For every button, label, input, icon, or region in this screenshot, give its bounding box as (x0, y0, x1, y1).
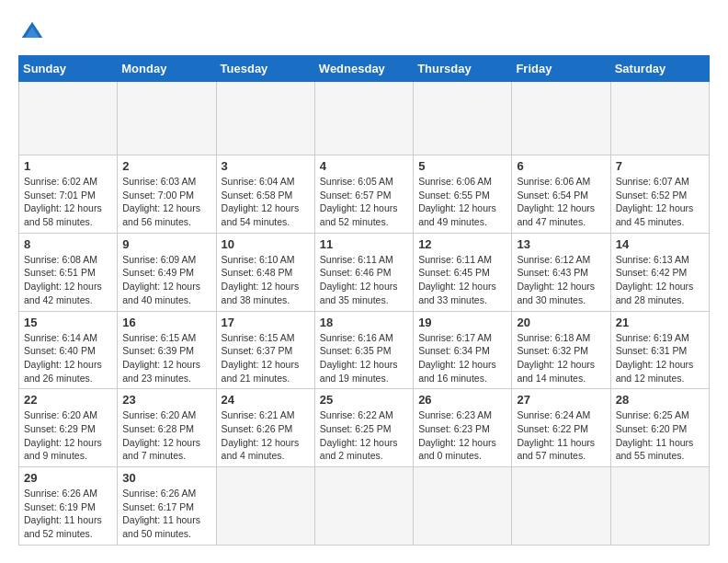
sunset-label: Sunset: 6:25 PM (320, 423, 392, 434)
sunrise-label: Sunrise: 6:13 AM (616, 254, 689, 265)
page-header (18, 18, 710, 46)
calendar-cell (314, 467, 413, 546)
calendar-week-row (19, 82, 710, 155)
calendar-cell: 26 Sunrise: 6:23 AM Sunset: 6:23 PM Dayl… (414, 389, 512, 467)
daylight-label: Daylight: 12 hours and 56 minutes. (122, 202, 200, 227)
daylight-label: Daylight: 12 hours and 52 minutes. (320, 202, 398, 227)
daylight-label: Daylight: 12 hours and 45 minutes. (616, 202, 694, 227)
sunset-label: Sunset: 6:28 PM (122, 423, 194, 434)
day-number: 30 (122, 471, 210, 485)
calendar-cell (512, 82, 610, 155)
sunrise-label: Sunrise: 6:15 AM (122, 332, 196, 343)
day-number: 25 (320, 393, 408, 407)
sunset-label: Sunset: 6:34 PM (418, 345, 490, 356)
sunrise-label: Sunrise: 6:05 AM (320, 176, 393, 187)
sunrise-label: Sunrise: 6:11 AM (320, 254, 393, 265)
sunrise-label: Sunrise: 6:10 AM (222, 254, 295, 265)
calendar-cell: 8 Sunrise: 6:08 AM Sunset: 6:51 PM Dayli… (19, 233, 118, 311)
day-number: 9 (122, 237, 210, 251)
calendar-cell: 13 Sunrise: 6:12 AM Sunset: 6:43 PM Dayl… (512, 233, 610, 311)
sunrise-label: Sunrise: 6:17 AM (418, 332, 492, 343)
cell-content: Sunrise: 6:20 AM Sunset: 6:29 PM Dayligh… (24, 408, 112, 463)
calendar-cell (414, 467, 512, 546)
day-number: 3 (222, 159, 310, 173)
sunset-label: Sunset: 6:29 PM (24, 423, 96, 434)
calendar-cell: 9 Sunrise: 6:09 AM Sunset: 6:49 PM Dayli… (118, 233, 216, 311)
cell-content: Sunrise: 6:06 AM Sunset: 6:55 PM Dayligh… (418, 175, 506, 229)
column-header-friday: Friday (512, 56, 610, 82)
calendar-cell (216, 82, 314, 155)
daylight-label: Daylight: 12 hours and 42 minutes. (24, 281, 102, 305)
daylight-label: Daylight: 12 hours and 2 minutes. (320, 437, 398, 462)
sunset-label: Sunset: 6:52 PM (616, 190, 688, 201)
calendar-week-row: 15 Sunrise: 6:14 AM Sunset: 6:40 PM Dayl… (19, 311, 710, 389)
daylight-label: Daylight: 12 hours and 23 minutes. (122, 359, 200, 384)
cell-content: Sunrise: 6:13 AM Sunset: 6:42 PM Dayligh… (616, 253, 704, 307)
cell-content: Sunrise: 6:18 AM Sunset: 6:32 PM Dayligh… (517, 331, 605, 385)
calendar-cell: 21 Sunrise: 6:19 AM Sunset: 6:31 PM Dayl… (610, 311, 709, 389)
cell-content: Sunrise: 6:14 AM Sunset: 6:40 PM Dayligh… (24, 331, 112, 385)
daylight-label: Daylight: 12 hours and 12 minutes. (616, 359, 694, 384)
calendar-cell: 12 Sunrise: 6:11 AM Sunset: 6:45 PM Dayl… (414, 233, 512, 311)
daylight-label: Daylight: 12 hours and 9 minutes. (24, 437, 102, 462)
calendar-cell: 30 Sunrise: 6:26 AM Sunset: 6:17 PM Dayl… (118, 467, 216, 546)
cell-content: Sunrise: 6:07 AM Sunset: 6:52 PM Dayligh… (616, 175, 704, 229)
sunrise-label: Sunrise: 6:02 AM (24, 176, 97, 187)
calendar-cell (314, 82, 413, 155)
daylight-label: Daylight: 12 hours and 58 minutes. (24, 202, 102, 227)
day-number: 23 (122, 393, 210, 407)
cell-content: Sunrise: 6:17 AM Sunset: 6:34 PM Dayligh… (418, 331, 506, 385)
sunrise-label: Sunrise: 6:14 AM (24, 332, 97, 343)
sunset-label: Sunset: 6:49 PM (122, 267, 194, 278)
calendar-cell: 28 Sunrise: 6:25 AM Sunset: 6:20 PM Dayl… (610, 389, 709, 467)
daylight-label: Daylight: 12 hours and 16 minutes. (418, 359, 496, 384)
cell-content: Sunrise: 6:26 AM Sunset: 6:17 PM Dayligh… (122, 487, 210, 541)
sunrise-label: Sunrise: 6:19 AM (616, 332, 689, 343)
day-number: 21 (616, 316, 704, 329)
daylight-label: Daylight: 12 hours and 7 minutes. (122, 437, 200, 462)
cell-content: Sunrise: 6:25 AM Sunset: 6:20 PM Dayligh… (616, 408, 704, 463)
sunset-label: Sunset: 6:48 PM (222, 267, 293, 278)
day-number: 7 (616, 159, 704, 173)
calendar-table: SundayMondayTuesdayWednesdayThursdayFrid… (18, 55, 710, 546)
cell-content: Sunrise: 6:22 AM Sunset: 6:25 PM Dayligh… (320, 408, 408, 463)
day-number: 10 (222, 237, 310, 251)
calendar-cell: 4 Sunrise: 6:05 AM Sunset: 6:57 PM Dayli… (314, 155, 413, 234)
sunrise-label: Sunrise: 6:20 AM (122, 409, 196, 420)
sunset-label: Sunset: 7:01 PM (24, 190, 96, 201)
sunset-label: Sunset: 6:45 PM (418, 267, 490, 278)
cell-content: Sunrise: 6:26 AM Sunset: 6:19 PM Dayligh… (24, 487, 112, 541)
calendar-cell: 20 Sunrise: 6:18 AM Sunset: 6:32 PM Dayl… (512, 311, 610, 389)
sunrise-label: Sunrise: 6:03 AM (122, 176, 196, 187)
daylight-label: Daylight: 12 hours and 0 minutes. (418, 437, 496, 462)
day-number: 12 (418, 237, 506, 251)
cell-content: Sunrise: 6:05 AM Sunset: 6:57 PM Dayligh… (320, 175, 408, 229)
daylight-label: Daylight: 12 hours and 19 minutes. (320, 359, 398, 384)
cell-content: Sunrise: 6:11 AM Sunset: 6:46 PM Dayligh… (320, 253, 408, 307)
daylight-label: Daylight: 11 hours and 52 minutes. (24, 514, 102, 539)
day-number: 8 (24, 237, 112, 251)
daylight-label: Daylight: 12 hours and 47 minutes. (517, 202, 595, 227)
calendar-cell (512, 467, 610, 546)
calendar-cell: 22 Sunrise: 6:20 AM Sunset: 6:29 PM Dayl… (19, 389, 118, 467)
calendar-cell (19, 82, 118, 155)
cell-content: Sunrise: 6:19 AM Sunset: 6:31 PM Dayligh… (616, 331, 704, 385)
sunset-label: Sunset: 6:42 PM (616, 267, 688, 278)
sunset-label: Sunset: 6:32 PM (517, 345, 588, 356)
daylight-label: Daylight: 12 hours and 33 minutes. (418, 281, 496, 305)
daylight-label: Daylight: 12 hours and 30 minutes. (517, 281, 595, 305)
calendar-cell: 23 Sunrise: 6:20 AM Sunset: 6:28 PM Dayl… (118, 389, 216, 467)
sunrise-label: Sunrise: 6:18 AM (517, 332, 590, 343)
daylight-label: Daylight: 12 hours and 21 minutes. (222, 359, 300, 384)
sunset-label: Sunset: 6:51 PM (24, 267, 96, 278)
daylight-label: Daylight: 11 hours and 57 minutes. (517, 437, 595, 462)
sunrise-label: Sunrise: 6:08 AM (24, 254, 97, 265)
daylight-label: Daylight: 12 hours and 35 minutes. (320, 281, 398, 305)
calendar-week-row: 8 Sunrise: 6:08 AM Sunset: 6:51 PM Dayli… (19, 233, 710, 311)
daylight-label: Daylight: 12 hours and 14 minutes. (517, 359, 595, 384)
sunrise-label: Sunrise: 6:24 AM (517, 409, 590, 420)
calendar-cell (414, 82, 512, 155)
calendar-cell: 27 Sunrise: 6:24 AM Sunset: 6:22 PM Dayl… (512, 389, 610, 467)
calendar-cell: 18 Sunrise: 6:16 AM Sunset: 6:35 PM Dayl… (314, 311, 413, 389)
calendar-header-row: SundayMondayTuesdayWednesdayThursdayFrid… (19, 56, 710, 82)
